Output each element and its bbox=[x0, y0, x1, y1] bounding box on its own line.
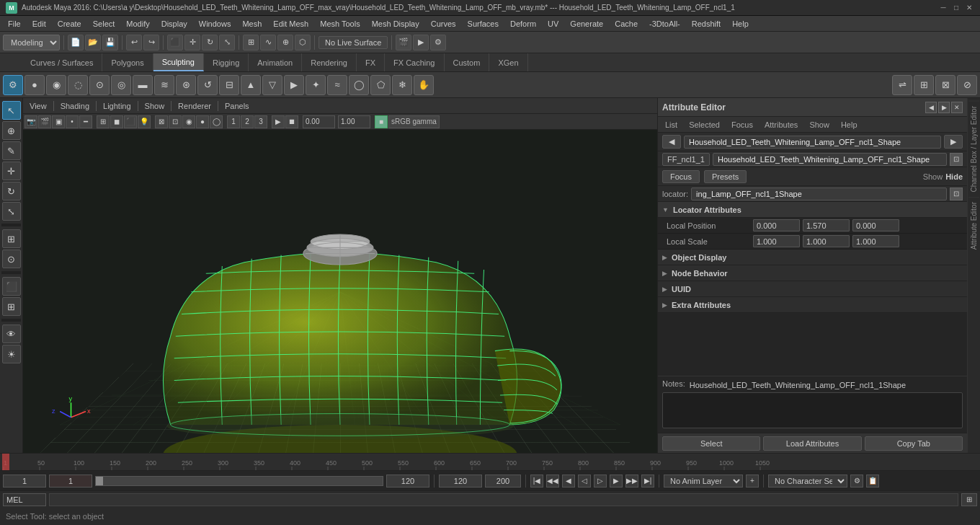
char-set-icon2[interactable]: 📋 bbox=[866, 475, 879, 488]
object-display-section[interactable]: ▶ Object Display bbox=[658, 250, 967, 265]
attribute-editor-tab[interactable]: Attribute Editor bbox=[968, 197, 979, 254]
attr-nav-attributes[interactable]: Attributes bbox=[762, 119, 801, 131]
sculpt-knife-icon[interactable]: ✦ bbox=[306, 75, 326, 95]
viewport[interactable]: View Shading Lighting Show Renderer Pane… bbox=[23, 98, 657, 453]
play-fwd-btn[interactable]: ▷ bbox=[594, 475, 607, 488]
uuid-section[interactable]: ▶ UUID bbox=[658, 281, 967, 297]
panels-menu[interactable]: Panels bbox=[221, 100, 253, 112]
focal-length-input[interactable] bbox=[303, 115, 335, 128]
menu-item-create[interactable]: Create bbox=[53, 18, 86, 30]
tab-curves-surfaces[interactable]: Curves / Surfaces bbox=[22, 53, 102, 71]
ipr-btn[interactable]: ▶ bbox=[413, 35, 429, 50]
sculpt-spray-icon[interactable]: ⊛ bbox=[176, 75, 196, 95]
layout-btn[interactable]: ⊞ bbox=[2, 297, 21, 316]
attr-close-btn[interactable]: ✕ bbox=[951, 102, 963, 113]
select-tool-btn[interactable]: ↖ bbox=[2, 101, 21, 120]
display-btn3[interactable]: ◉ bbox=[182, 115, 195, 128]
menu-item-uv[interactable]: UV bbox=[543, 18, 564, 30]
next-frame-btn[interactable]: ▶▶ bbox=[625, 475, 638, 488]
show-menu[interactable]: Show bbox=[141, 100, 169, 112]
menu-item-redshift[interactable]: Redshift bbox=[687, 18, 726, 30]
menu-item-mesh[interactable]: Mesh bbox=[237, 18, 267, 30]
isolate-btn[interactable]: ☀ bbox=[2, 345, 21, 363]
attr-nav-show[interactable]: Show bbox=[806, 119, 832, 131]
locator-attributes-section[interactable]: ▼ Locator Attributes bbox=[658, 202, 967, 218]
playblast-btn[interactable]: ▶ bbox=[272, 115, 285, 128]
display-btn1[interactable]: ⊠ bbox=[155, 115, 168, 128]
show-link[interactable]: Show bbox=[923, 172, 943, 181]
local-pos-z[interactable] bbox=[852, 219, 899, 231]
prev-step-btn[interactable]: ◀ bbox=[562, 475, 575, 488]
sculpt-amplify-icon[interactable]: ⬠ bbox=[370, 75, 391, 95]
paint-select-btn[interactable]: ⊕ bbox=[2, 121, 21, 140]
tab-custom[interactable]: Custom bbox=[445, 53, 490, 71]
attr-expand-btn[interactable]: ⊡ bbox=[950, 153, 963, 166]
notes-textarea[interactable] bbox=[662, 392, 963, 428]
attr-back-btn[interactable]: ◀ bbox=[925, 102, 937, 113]
edge-icon[interactable]: ━ bbox=[79, 115, 92, 128]
go-start-btn[interactable]: |◀ bbox=[530, 475, 543, 488]
maximize-button[interactable]: □ bbox=[951, 3, 961, 13]
sculpt-pull-icon[interactable]: ◉ bbox=[46, 75, 66, 95]
tab-animation[interactable]: Animation bbox=[249, 53, 302, 71]
resolution-btn2[interactable]: 2 bbox=[241, 115, 254, 128]
go-end-btn[interactable]: ▶| bbox=[641, 475, 654, 488]
sculpt-flatten-icon[interactable]: ▬ bbox=[133, 75, 153, 95]
sculpt-pinch-icon[interactable]: ◎ bbox=[111, 75, 131, 95]
menu-item-modify[interactable]: Modify bbox=[121, 18, 154, 30]
sculpt-scrape-icon[interactable]: ▽ bbox=[262, 75, 282, 95]
play-back-btn[interactable]: ◁ bbox=[578, 475, 591, 488]
object-icon[interactable]: ▣ bbox=[52, 115, 65, 128]
undo-btn[interactable]: ↩ bbox=[126, 35, 142, 50]
menu-item-curves[interactable]: Curves bbox=[426, 18, 461, 30]
minimize-button[interactable]: ─ bbox=[938, 3, 948, 13]
sculpt-freeze-icon[interactable]: ❄ bbox=[392, 75, 412, 95]
display-btn2[interactable]: ⊡ bbox=[169, 115, 182, 128]
menu-item-generate[interactable]: Generate bbox=[565, 18, 608, 30]
menu-item-edit[interactable]: Edit bbox=[27, 18, 51, 30]
shading-menu[interactable]: Shading bbox=[57, 100, 93, 112]
extra-attributes-section[interactable]: ▶ Extra Attributes bbox=[658, 297, 967, 313]
snap-grid-btn[interactable]: ⊞ bbox=[243, 35, 259, 50]
sculpt-bulge-icon[interactable]: ◯ bbox=[349, 75, 369, 95]
rotate-tool-btn[interactable]: ↻ bbox=[2, 182, 21, 200]
local-pos-x[interactable] bbox=[753, 219, 800, 231]
playback-end-input[interactable] bbox=[439, 475, 482, 488]
vertex-icon[interactable]: • bbox=[66, 115, 79, 128]
frame-current-input[interactable] bbox=[49, 475, 92, 488]
display-btn4[interactable]: ● bbox=[196, 115, 209, 128]
anim-layer-select[interactable]: No Anim Layer bbox=[664, 475, 743, 488]
zoom-input[interactable] bbox=[338, 115, 370, 128]
locator-expand-btn[interactable]: ⊡ bbox=[950, 188, 963, 200]
timeline-slider[interactable] bbox=[95, 476, 383, 486]
viewport-canvas[interactable]: x y z persp bbox=[23, 130, 657, 453]
tab-rigging[interactable]: Rigging bbox=[204, 53, 249, 71]
hide-link[interactable]: Hide bbox=[945, 172, 963, 181]
save-file-btn[interactable]: 💾 bbox=[102, 35, 118, 50]
sculpt-symmetry-icon[interactable]: ⊞ bbox=[914, 75, 934, 95]
snap-curve-btn[interactable]: ∿ bbox=[260, 35, 276, 50]
shaded-btn[interactable]: ◼ bbox=[110, 115, 123, 128]
playblast-btn2[interactable]: ⏹ bbox=[285, 115, 298, 128]
film-icon[interactable]: 🎬 bbox=[38, 115, 51, 128]
view-menu[interactable]: View bbox=[26, 100, 50, 112]
select-btn[interactable]: ⬛ bbox=[167, 35, 183, 50]
redo-btn[interactable]: ↪ bbox=[143, 35, 159, 50]
resolution-btn3[interactable]: 3 bbox=[254, 115, 267, 128]
snap-surface-btn[interactable]: ⬡ bbox=[295, 35, 311, 50]
tab-xgen[interactable]: XGen bbox=[489, 53, 527, 71]
new-file-btn[interactable]: 📄 bbox=[68, 35, 84, 50]
lasso-select-btn[interactable]: ✎ bbox=[2, 141, 21, 160]
textured-btn[interactable]: ⬛ bbox=[124, 115, 137, 128]
attr-presets-btn[interactable]: Presets bbox=[704, 170, 747, 183]
scale-btn[interactable]: ⤡ bbox=[219, 35, 235, 50]
attr-nav-help[interactable]: Help bbox=[838, 119, 860, 131]
tab-sculpting[interactable]: Sculpting bbox=[153, 53, 204, 71]
menu-item-deform[interactable]: Deform bbox=[505, 18, 541, 30]
attr-nav-list[interactable]: List bbox=[662, 119, 680, 131]
move-btn[interactable]: ✛ bbox=[184, 35, 200, 50]
camera-btn[interactable]: ⬛ bbox=[2, 277, 21, 296]
sculpt-foamy-icon[interactable]: ≋ bbox=[154, 75, 174, 95]
menu-item-mesh-display[interactable]: Mesh Display bbox=[367, 18, 424, 30]
attr-nav-selected[interactable]: Selected bbox=[686, 119, 723, 131]
